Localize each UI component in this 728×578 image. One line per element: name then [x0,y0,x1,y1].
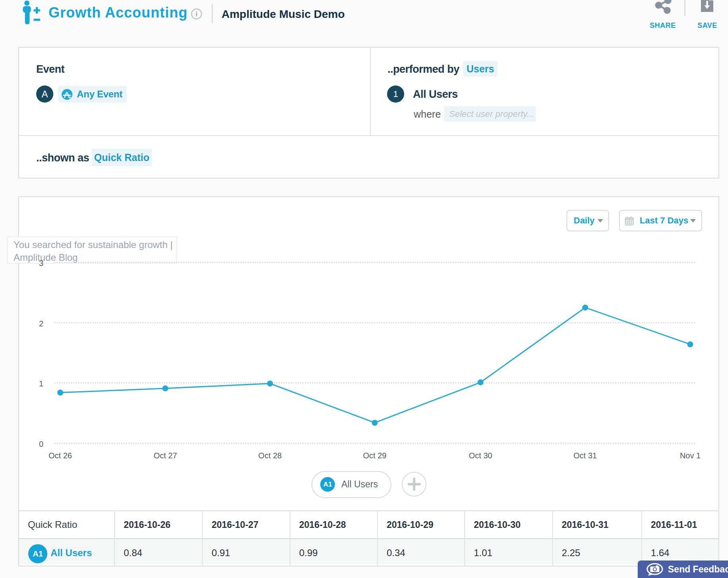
svg-text:0: 0 [39,440,43,448]
svg-text:1: 1 [39,379,43,388]
svg-text:Oct 30: Oct 30 [469,451,492,460]
svg-text:Oct 28: Oct 28 [258,451,282,460]
svg-text:Oct 27: Oct 27 [154,451,177,460]
svg-text:Oct 29: Oct 29 [363,451,387,460]
svg-text:Oct 26: Oct 26 [49,451,72,460]
svg-text:2: 2 [39,319,43,328]
svg-text:3: 3 [39,259,43,268]
svg-text:Nov 1: Nov 1 [680,451,701,460]
svg-text:Oct 31: Oct 31 [574,451,597,460]
